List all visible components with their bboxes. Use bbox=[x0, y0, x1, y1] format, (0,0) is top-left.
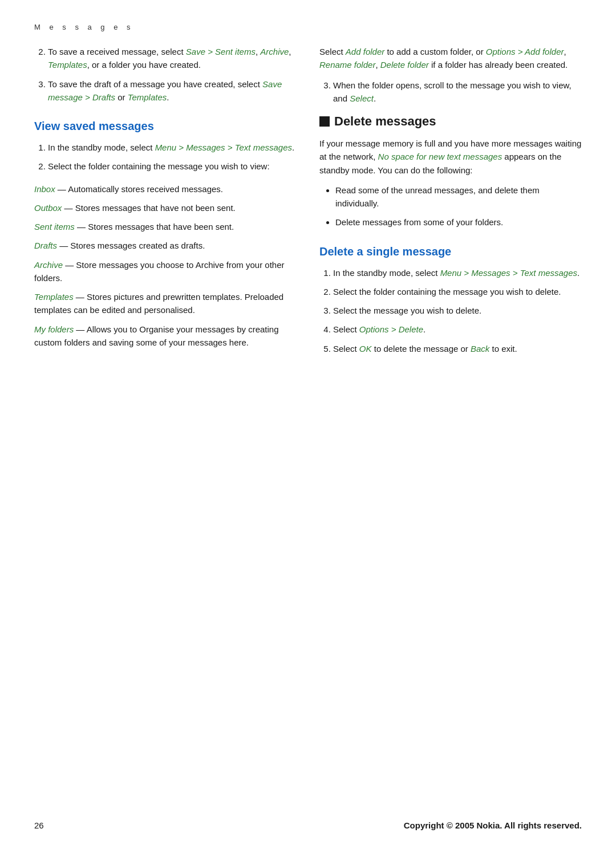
folder-templates: Templates — Stores pictures and prewritt… bbox=[34, 290, 297, 317]
add-folder-link: Add folder bbox=[346, 47, 384, 56]
save-link: Save > Sent items bbox=[186, 47, 256, 56]
view-saved-item-2: Select the folder containing the message… bbox=[48, 160, 297, 173]
options-add-folder-link: Options > Add folder bbox=[486, 47, 564, 56]
left-column: To save a received message, select Save … bbox=[34, 45, 297, 364]
options-delete-link: Options > Delete bbox=[359, 324, 423, 334]
delete-bullet-2: Delete messages from some of your folder… bbox=[335, 216, 582, 229]
single-delete-item-5: Select OK to delete the message or Back … bbox=[333, 342, 582, 355]
view-saved-list: In the standby mode, select Menu > Messa… bbox=[48, 141, 297, 173]
single-delete-item-1: In the standby mode, select Menu > Messa… bbox=[333, 266, 582, 279]
ok-link: OK bbox=[359, 344, 372, 354]
black-box-icon bbox=[319, 116, 330, 127]
outbox-link: Outbox bbox=[34, 203, 62, 213]
right-column: Select Add folder to add a custom folder… bbox=[319, 45, 582, 364]
single-delete-item-2: Select the folder containing the message… bbox=[333, 285, 582, 298]
inbox-link: Inbox bbox=[34, 184, 55, 194]
folder-list: Inbox — Automatically stores received me… bbox=[34, 182, 297, 350]
templates-folder-link: Templates bbox=[34, 292, 74, 302]
folder-inbox: Inbox — Automatically stores received me… bbox=[34, 182, 297, 196]
view-saved-item-1: In the standby mode, select Menu > Messa… bbox=[48, 141, 297, 154]
folder-archive: Archive — Store messages you choose to A… bbox=[34, 258, 297, 285]
page-footer: 26 Copyright © 2005 Nokia. All rights re… bbox=[34, 820, 582, 830]
delete-messages-heading: Delete messages bbox=[319, 114, 582, 129]
templates-link: Templates bbox=[48, 60, 87, 70]
intro-list: To save a received message, select Save … bbox=[48, 45, 297, 104]
delete-folder-link: Delete folder bbox=[380, 60, 429, 70]
single-delete-list: In the standby mode, select Menu > Messa… bbox=[333, 266, 582, 355]
back-link: Back bbox=[471, 344, 489, 354]
folder-myfolders: My folders — Allows you to Organise your… bbox=[34, 323, 297, 350]
myfolders-link: My folders bbox=[34, 324, 74, 334]
folder-drafts: Drafts — Stores messages created as draf… bbox=[34, 239, 297, 252]
right-item-3: When the folder opens, scroll to the mes… bbox=[333, 79, 582, 105]
delete-bullets-list: Read some of the unread messages, and de… bbox=[335, 184, 582, 229]
single-delete-heading: Delete a single message bbox=[319, 245, 582, 258]
page-number: 26 bbox=[34, 820, 44, 830]
right-intro-text: Select Add folder to add a custom folder… bbox=[319, 45, 582, 72]
right-intro-list: When the folder opens, scroll to the mes… bbox=[333, 79, 582, 105]
drafts-link: Drafts bbox=[34, 241, 57, 250]
delete-intro-paragraph: If your message memory is full and you h… bbox=[319, 137, 582, 177]
header-label: M e s s a g e s bbox=[34, 23, 582, 31]
single-delete-item-3: Select the message you wish to delete. bbox=[333, 304, 582, 317]
intro-item-2: To save a received message, select Save … bbox=[48, 45, 297, 72]
view-saved-heading: View saved messages bbox=[34, 120, 297, 133]
select-link: Select bbox=[350, 94, 374, 103]
archive-link: Archive bbox=[260, 47, 289, 56]
sent-items-link: Sent items bbox=[34, 222, 75, 231]
folder-outbox: Outbox — Stores messages that have not b… bbox=[34, 201, 297, 214]
single-delete-item-4: Select Options > Delete. bbox=[333, 323, 582, 336]
delete-messages-title: Delete messages bbox=[334, 114, 436, 129]
delete-bullet-1: Read some of the unread messages, and de… bbox=[335, 184, 582, 210]
two-column-layout: To save a received message, select Save … bbox=[34, 45, 582, 364]
folder-sent: Sent items — Stores messages that have b… bbox=[34, 220, 297, 233]
copyright-text: Copyright © 2005 Nokia. All rights reser… bbox=[404, 820, 582, 830]
menu-messages-text-link-2: Menu > Messages > Text messages bbox=[440, 268, 577, 278]
page: M e s s a g e s To save a received messa… bbox=[0, 0, 616, 853]
templates-link-2: Templates bbox=[128, 92, 167, 102]
intro-item-3: To save the draft of a message you have … bbox=[48, 78, 297, 104]
no-space-link: No space for new text messages bbox=[378, 152, 502, 161]
archive-folder-link: Archive bbox=[34, 260, 63, 270]
menu-messages-text-link: Menu > Messages > Text messages bbox=[155, 143, 292, 152]
rename-folder-link: Rename folder bbox=[319, 60, 375, 70]
